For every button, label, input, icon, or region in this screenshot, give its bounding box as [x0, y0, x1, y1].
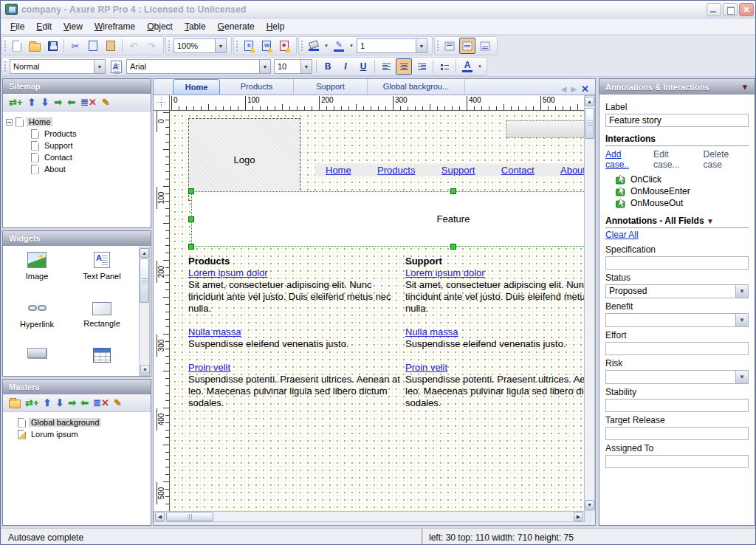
- wf-nav-home[interactable]: Home: [326, 165, 351, 176]
- widget-image[interactable]: Image: [4, 252, 69, 281]
- wf-nav-about[interactable]: About: [560, 165, 585, 176]
- selection-handle[interactable]: [188, 188, 194, 194]
- move-down-icon[interactable]: ⬇: [41, 97, 49, 107]
- widget-table[interactable]: [69, 348, 134, 363]
- fill-color-dropdown-icon[interactable]: [323, 44, 330, 48]
- wf-link[interactable]: Lorem ipsum dolor: [405, 267, 485, 279]
- target-release-input[interactable]: [605, 427, 749, 440]
- wf-nav-contact[interactable]: Contact: [501, 165, 535, 176]
- wf-link[interactable]: Nulla massa: [405, 326, 458, 338]
- event-row[interactable]: OnClick: [616, 174, 749, 185]
- fill-color-button[interactable]: [306, 38, 322, 54]
- line-width-dropdown-icon[interactable]: [416, 39, 427, 52]
- widget-rectangle[interactable]: Rectangle: [69, 300, 134, 329]
- tab-close-icon[interactable]: ✕: [581, 83, 589, 95]
- tab-global-background[interactable]: Global backgrou...: [368, 79, 465, 95]
- italic-button[interactable]: I: [337, 58, 354, 75]
- support-column[interactable]: Support Lorem ipsum dolor Sit amet, cons…: [405, 256, 585, 421]
- scroll-thumb[interactable]: [585, 108, 594, 139]
- all-fields-menu-icon[interactable]: ▼: [707, 217, 714, 225]
- move-up-icon[interactable]: ⬆: [28, 97, 36, 107]
- paste-button[interactable]: [103, 38, 119, 54]
- add-case-link[interactable]: Add case..: [605, 149, 646, 170]
- maximize-button[interactable]: [723, 3, 738, 16]
- tab-support[interactable]: Support: [294, 79, 368, 95]
- font-size-select[interactable]: 10: [274, 59, 312, 74]
- tree-row[interactable]: Contact: [6, 151, 148, 163]
- clear-all-link[interactable]: Clear All: [605, 230, 639, 240]
- bullet-list-button[interactable]: [436, 58, 453, 75]
- scroll-down-icon[interactable]: ▼: [585, 500, 594, 510]
- wireframe-canvas[interactable]: Logo Home Products Support Contact About…: [170, 111, 585, 511]
- redo-button[interactable]: ↷: [143, 38, 159, 54]
- style-select[interactable]: Normal: [10, 59, 106, 74]
- valign-bottom-button[interactable]: [477, 38, 493, 54]
- menu-view[interactable]: View: [58, 20, 88, 33]
- move-left-icon[interactable]: ⬅: [80, 398, 89, 408]
- sitemap-item-products[interactable]: Products: [42, 129, 78, 138]
- tab-home[interactable]: Home: [173, 79, 220, 95]
- font-color-button[interactable]: A: [459, 58, 475, 75]
- delete-page-icon[interactable]: ≣✕: [80, 97, 97, 107]
- bold-button[interactable]: B: [320, 58, 336, 75]
- delete-case-link[interactable]: Delete case: [704, 149, 749, 170]
- sitemap-item-about[interactable]: About: [42, 165, 68, 174]
- search-box-placeholder[interactable]: [506, 120, 585, 138]
- widget-hyperlink[interactable]: Hyperlink: [4, 300, 69, 329]
- chevron-down-icon[interactable]: [735, 314, 748, 326]
- menu-table[interactable]: Table: [179, 20, 211, 33]
- align-right-button[interactable]: [413, 58, 430, 75]
- scroll-up-icon[interactable]: ▲: [140, 248, 149, 258]
- move-left-icon[interactable]: ⬅: [67, 97, 75, 107]
- scroll-right-icon[interactable]: ▶: [574, 512, 583, 521]
- open-button[interactable]: [27, 38, 43, 54]
- chevron-down-icon[interactable]: [735, 371, 748, 383]
- add-page-icon[interactable]: ⇄+: [9, 97, 23, 107]
- canvas-hscrollbar[interactable]: ◀ ▶: [154, 511, 585, 522]
- align-center-button[interactable]: [396, 58, 412, 75]
- tree-row[interactable]: Home: [6, 116, 148, 128]
- new-file-button[interactable]: [9, 38, 25, 54]
- minimize-button[interactable]: [707, 3, 721, 16]
- valign-middle-button[interactable]: [459, 38, 475, 54]
- font-dropdown-icon[interactable]: [259, 60, 270, 73]
- generate-prototype-button[interactable]: [276, 38, 292, 54]
- font-size-dropdown-icon[interactable]: [300, 60, 312, 73]
- tab-products[interactable]: Products: [220, 79, 294, 95]
- menu-wireframe[interactable]: Wireframe: [89, 20, 140, 33]
- line-width-select[interactable]: 1: [357, 38, 427, 53]
- valign-top-button[interactable]: [441, 38, 458, 54]
- list-item[interactable]: Lorum ipsum: [6, 428, 148, 440]
- benefit-select[interactable]: [605, 313, 749, 327]
- copy-button[interactable]: [85, 38, 101, 54]
- scroll-thumb[interactable]: [140, 258, 149, 303]
- tree-row[interactable]: Products: [6, 128, 148, 140]
- zoom-select[interactable]: 100%: [173, 38, 227, 53]
- widget-text-panel[interactable]: Text Panel: [69, 252, 134, 281]
- panel-menu-icon[interactable]: ▼: [741, 83, 749, 91]
- menu-object[interactable]: Object: [142, 20, 178, 33]
- new-folder-icon[interactable]: [9, 400, 21, 408]
- sitemap-item-support[interactable]: Support: [42, 141, 75, 150]
- label-input[interactable]: [605, 114, 749, 127]
- tree-row[interactable]: About: [6, 163, 148, 175]
- font-color-dropdown-icon[interactable]: [476, 64, 484, 69]
- wf-nav-support[interactable]: Support: [441, 165, 475, 176]
- save-button[interactable]: [44, 38, 61, 54]
- selection-handle[interactable]: [188, 216, 194, 222]
- risk-select[interactable]: [605, 370, 749, 384]
- align-left-button[interactable]: [378, 58, 394, 75]
- edit-case-link[interactable]: Edit case...: [653, 149, 696, 170]
- scroll-left-icon[interactable]: ◀: [155, 512, 165, 521]
- delete-master-icon[interactable]: ≣✕: [93, 398, 109, 408]
- effort-input[interactable]: [605, 342, 749, 355]
- master-global-background[interactable]: Global background: [29, 418, 101, 427]
- edit-master-icon[interactable]: ✎: [114, 398, 122, 408]
- assigned-to-input[interactable]: [605, 455, 749, 468]
- selection-handle[interactable]: [450, 188, 456, 194]
- list-item[interactable]: Global background: [6, 417, 148, 428]
- stability-input[interactable]: [605, 399, 749, 412]
- scroll-down-icon[interactable]: ▼: [140, 365, 150, 374]
- feature-box-selected[interactable]: Feature: [191, 191, 585, 247]
- selection-handle[interactable]: [450, 244, 456, 250]
